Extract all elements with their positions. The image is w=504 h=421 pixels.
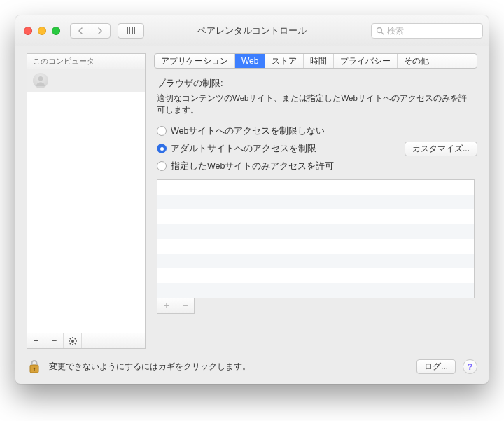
search-icon	[376, 27, 384, 35]
nav-back-forward	[70, 23, 111, 39]
category-tabs: アプリケーション Web ストア 時間 プライバシー その他	[154, 53, 477, 69]
remove-website-button[interactable]: −	[176, 298, 195, 313]
zoom-window-button[interactable]	[52, 27, 60, 35]
tab-privacy[interactable]: プライバシー	[334, 54, 398, 68]
svg-point-0	[377, 27, 382, 32]
svg-rect-14	[34, 368, 34, 371]
show-all-button[interactable]	[118, 23, 144, 39]
option-no-restrict[interactable]: Webサイトへのアクセスを制限しない	[157, 124, 477, 139]
user-sidebar: このコンピュータ + −	[27, 53, 146, 349]
minimize-window-button[interactable]	[38, 27, 46, 35]
lock-hint-text: 変更できないようにするにはカギをクリックします。	[49, 361, 251, 373]
person-icon	[34, 74, 47, 87]
option-limit-adult-label: アダルトサイトへのアクセスを制限	[171, 143, 316, 155]
list-row	[158, 195, 474, 209]
list-row	[158, 283, 474, 298]
customize-button[interactable]: カスタマイズ...	[405, 142, 477, 156]
tab-other[interactable]: その他	[398, 54, 435, 68]
svg-point-2	[38, 76, 43, 81]
titlebar: ペアレンタルコントロール	[15, 15, 489, 46]
tab-time[interactable]: 時間	[304, 54, 334, 68]
apps-grid-icon	[127, 27, 135, 34]
radio-allowlist[interactable]	[157, 161, 167, 171]
tab-apps[interactable]: アプリケーション	[155, 54, 235, 68]
list-row	[158, 239, 474, 254]
user-list-item[interactable]	[27, 69, 145, 92]
website-list-toolbar: + −	[157, 298, 195, 314]
svg-line-10	[74, 338, 75, 338]
browser-limit-desc: 適切なコンテンツのWebサイト、または指定したWebサイトへのアクセスのみを許可…	[157, 92, 475, 117]
user-list-header: このコンピュータ	[27, 54, 145, 69]
lock-icon[interactable]	[28, 359, 41, 374]
remove-user-button[interactable]: −	[46, 333, 64, 348]
chevron-right-icon	[97, 27, 103, 34]
help-button[interactable]: ?	[463, 359, 477, 374]
svg-line-8	[69, 338, 70, 338]
tab-web[interactable]: Web	[235, 54, 265, 68]
gear-icon	[68, 336, 78, 346]
tab-store[interactable]: ストア	[265, 54, 304, 68]
search-field[interactable]	[371, 23, 483, 39]
user-avatar-icon	[33, 73, 48, 88]
search-input[interactable]	[387, 26, 478, 36]
user-list[interactable]: このコンピュータ	[27, 53, 146, 333]
option-limit-adult[interactable]: アダルトサイトへのアクセスを制限 カスタマイズ...	[157, 142, 477, 156]
list-row	[158, 254, 474, 268]
list-row	[158, 209, 474, 224]
list-row	[158, 268, 474, 283]
log-button[interactable]: ログ...	[416, 359, 456, 374]
radio-no-restrict[interactable]	[157, 126, 167, 136]
content-body: このコンピュータ + −	[15, 46, 489, 352]
close-window-button[interactable]	[24, 27, 32, 35]
back-button[interactable]	[71, 24, 90, 38]
browser-limit-heading: ブラウザの制限:	[157, 77, 477, 90]
settings-pane: アプリケーション Web ストア 時間 プライバシー その他 ブラウザの制限: …	[154, 53, 477, 314]
svg-line-11	[69, 343, 70, 343]
user-list-toolbar: + −	[27, 333, 146, 349]
option-allowlist-label: 指定したWebサイトのみアクセスを許可	[171, 160, 334, 172]
website-list[interactable]	[157, 179, 475, 298]
svg-line-9	[74, 343, 75, 343]
window-controls	[24, 27, 60, 35]
add-user-button[interactable]: +	[27, 333, 46, 348]
option-no-restrict-label: Webサイトへのアクセスを制限しない	[171, 125, 325, 137]
forward-button[interactable]	[90, 24, 110, 38]
add-website-button[interactable]: +	[158, 298, 176, 313]
svg-point-3	[71, 340, 74, 343]
footer: 変更できないようにするにはカギをクリックします。 ログ... ?	[15, 352, 489, 384]
user-actions-button[interactable]	[64, 333, 82, 348]
svg-line-1	[382, 32, 384, 34]
list-row	[158, 180, 474, 195]
option-allowlist[interactable]: 指定したWebサイトのみアクセスを許可	[157, 159, 477, 174]
list-row	[158, 224, 474, 239]
radio-limit-adult[interactable]	[157, 144, 167, 153]
chevron-left-icon	[78, 27, 83, 34]
parental-controls-window: ペアレンタルコントロール このコンピュータ	[15, 15, 489, 384]
